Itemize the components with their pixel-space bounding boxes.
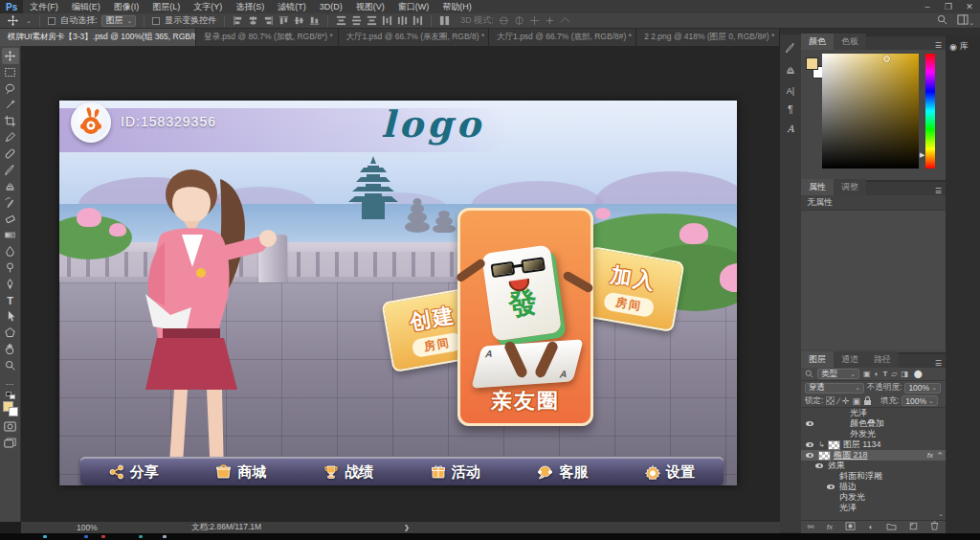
workspace-selector-icon[interactable]: ⌄ xyxy=(957,14,974,27)
tab-document-active[interactable]: 棋牌UI素材房卡【3-3】.psd @ 100%(组 365, RGB/8) *… xyxy=(0,29,196,46)
menu-file[interactable]: 文件(F) xyxy=(23,0,65,13)
nav-activity[interactable]: 活动 xyxy=(431,463,480,482)
friends-circle-card[interactable]: 發 A A 亲友圈 xyxy=(457,208,593,426)
layer-effect-row[interactable]: 光泽 xyxy=(801,503,946,513)
menu-help[interactable]: 帮助(H) xyxy=(435,0,479,13)
add-mask-icon[interactable] xyxy=(845,522,856,532)
menu-select[interactable]: 选择(S) xyxy=(229,0,271,13)
delete-layer-icon[interactable] xyxy=(930,521,939,532)
history-brush-tool[interactable] xyxy=(2,194,19,211)
gradient-tool[interactable] xyxy=(2,227,19,243)
marquee-tool[interactable] xyxy=(2,64,19,80)
nav-settings[interactable]: 设置 xyxy=(645,463,695,482)
crop-tool[interactable] xyxy=(2,113,19,129)
character-panel-icon[interactable]: A| xyxy=(787,86,794,96)
menu-image[interactable]: 图像(I) xyxy=(107,0,146,13)
close-button[interactable]: ✕ xyxy=(959,2,980,11)
blend-mode-dropdown[interactable]: 穿透⌄ xyxy=(805,383,864,394)
panel-menu-icon[interactable]: ☰ xyxy=(931,187,946,195)
nav-records[interactable]: 战绩 xyxy=(323,463,373,482)
align-left-icon[interactable] xyxy=(233,15,243,26)
brush-tool[interactable] xyxy=(2,162,19,178)
paragraph-panel-icon[interactable]: ¶ xyxy=(788,104,792,115)
distribute-top-icon[interactable] xyxy=(336,15,346,26)
new-layer-icon[interactable] xyxy=(909,522,918,532)
default-colors-icon[interactable] xyxy=(6,392,15,399)
visibility-eye-icon[interactable] xyxy=(806,442,813,447)
auto-select-checkbox[interactable] xyxy=(48,17,56,25)
lock-transparent-icon[interactable] xyxy=(826,396,835,405)
blur-tool[interactable] xyxy=(2,243,19,259)
tab-document-3[interactable]: 大厅1.psd @ 66.7% (亲友圈, RGB/8) *× xyxy=(339,29,490,46)
visibility-eye-icon[interactable] xyxy=(806,453,813,458)
type-tool[interactable]: T xyxy=(2,292,19,308)
new-group-icon[interactable] xyxy=(886,522,897,532)
opacity-dropdown[interactable]: 100%⌄ xyxy=(904,383,941,394)
color-gradient-field[interactable] xyxy=(822,54,919,169)
menu-window[interactable]: 窗口(W) xyxy=(391,0,436,13)
quick-selection-tool[interactable] xyxy=(2,97,19,113)
show-transform-checkbox[interactable] xyxy=(152,17,160,25)
distribute-spacing-icon[interactable] xyxy=(439,15,450,26)
pen-tool[interactable] xyxy=(2,276,19,292)
layer-row[interactable]: ↳图层 1134 xyxy=(801,439,946,450)
align-top-icon[interactable] xyxy=(278,15,289,26)
tab-document-5[interactable]: 2 2.png @ 418% (图层 0, RGB/8#) *× xyxy=(636,29,780,46)
canvas-pasteboard[interactable]: logo ID:158329356 创建 房间 加入 房间 發 xyxy=(21,46,780,522)
move-tool[interactable] xyxy=(2,48,19,64)
zoom-tool[interactable] xyxy=(2,357,19,373)
visibility-eye-icon[interactable] xyxy=(827,484,835,489)
glyphs-panel-icon[interactable]: A xyxy=(787,124,793,134)
distribute-right-icon[interactable] xyxy=(412,15,423,26)
hue-slider-arrow[interactable]: ▶ xyxy=(920,151,924,159)
libraries-collapsed-panel[interactable]: ◉ 库 xyxy=(946,34,980,532)
filter-toggle-pin[interactable]: ⬤ xyxy=(914,370,923,378)
scroll-down-arrow[interactable]: ⌄ xyxy=(938,510,944,518)
lock-artboard-icon[interactable]: ▣ xyxy=(852,396,860,406)
align-bottom-icon[interactable] xyxy=(309,15,320,26)
filter-adjustment-icon[interactable]: ◐ xyxy=(875,370,880,378)
game-ui-artwork[interactable]: logo ID:158329356 创建 房间 加入 房间 發 xyxy=(59,101,737,485)
nav-share[interactable]: 分享 xyxy=(109,463,159,482)
tab-channels[interactable]: 通道 xyxy=(834,351,866,368)
tab-document-4[interactable]: 大厅1.psd @ 66.7% (底部, RGB/8#) *× xyxy=(489,29,636,46)
tab-color[interactable]: 颜色 xyxy=(801,34,834,50)
distribute-bottom-icon[interactable] xyxy=(367,15,377,26)
eraser-tool[interactable] xyxy=(2,211,19,227)
lock-all-icon[interactable] xyxy=(863,396,872,405)
filter-type-dropdown[interactable]: 类型⌄ xyxy=(817,369,859,379)
align-vcenter-icon[interactable] xyxy=(294,15,304,26)
visibility-eye-icon[interactable] xyxy=(806,421,813,426)
edit-toolbar-icon[interactable]: … xyxy=(2,373,19,390)
tab-close-icon[interactable]: × xyxy=(779,33,780,42)
menu-type[interactable]: 文字(Y) xyxy=(187,0,229,13)
menu-view[interactable]: 视图(V) xyxy=(349,0,391,13)
lasso-tool[interactable] xyxy=(2,80,19,97)
foreground-background-swatches[interactable] xyxy=(3,401,18,416)
tab-adjustments[interactable]: 调整 xyxy=(834,179,866,195)
shape-layer-thumbnail[interactable] xyxy=(818,451,831,461)
filter-pixel-icon[interactable]: ▣ xyxy=(863,370,871,378)
filter-shape-icon[interactable]: ▱ xyxy=(891,370,897,378)
visibility-eye-icon[interactable] xyxy=(815,463,823,468)
fill-dropdown[interactable]: 100%⌄ xyxy=(902,395,938,406)
screen-mode-icon[interactable] xyxy=(2,435,19,451)
tool-preset-caret[interactable]: ⌄ xyxy=(26,17,32,25)
layer-effect-row[interactable]: 内发光 xyxy=(801,492,946,503)
align-right-icon[interactable] xyxy=(263,15,274,26)
foreground-color-swatch[interactable] xyxy=(806,57,818,70)
lock-pixels-icon[interactable]: ∕ xyxy=(837,396,839,406)
avatar[interactable] xyxy=(71,102,111,143)
link-layers-icon[interactable]: ⚯ xyxy=(808,523,814,531)
background-color-swatch[interactable] xyxy=(9,407,18,416)
tab-layers[interactable]: 图层 xyxy=(801,351,834,368)
minimize-button[interactable]: – xyxy=(917,2,938,11)
zoom-level-field[interactable]: 100% xyxy=(77,523,98,532)
lock-position-icon[interactable]: ✛ xyxy=(842,396,850,406)
quick-mask-icon[interactable] xyxy=(2,418,19,435)
filter-type-layers-icon[interactable]: T xyxy=(882,370,887,378)
menu-edit[interactable]: 编辑(E) xyxy=(65,0,107,13)
status-arrow-icon[interactable]: ❯ xyxy=(404,524,410,531)
color-marker[interactable] xyxy=(883,56,890,62)
nav-service[interactable]: 客服 xyxy=(537,463,588,482)
